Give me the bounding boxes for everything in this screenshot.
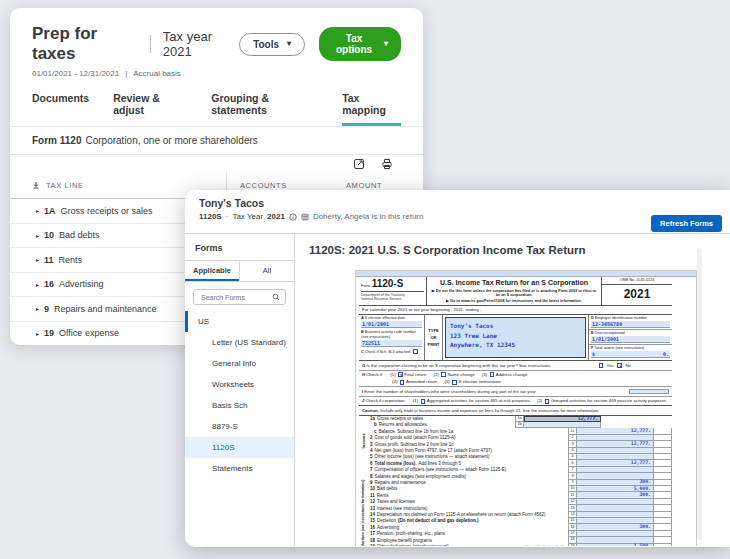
tax-return-window: Tony's Tacos 1120S · Tax Year 2021 Doher… xyxy=(185,190,730,547)
sidebar-item-statements[interactable]: Statements xyxy=(185,458,294,479)
form-line-19: 19Other deductions (attach statement)See… xyxy=(368,544,672,546)
sidebar-item-8879-s[interactable]: 8879-S xyxy=(185,416,294,437)
option-h-2: (2)Name change xyxy=(433,372,474,378)
line-j: J Check if corporation: (1)Aggregated ac… xyxy=(359,397,672,406)
accounting-basis: Accrual basis xyxy=(133,69,181,78)
checkbox-grouped-activities-for-section-469-passive-activity-purposes[interactable] xyxy=(545,399,550,404)
date-range: 01/01/2021 - 12/31/2021 xyxy=(32,69,119,78)
expand-arrow-icon[interactable]: ▸ xyxy=(36,207,39,214)
company-name: Tony's Tacos xyxy=(199,197,718,209)
statement-link[interactable]: See Statement 1 xyxy=(525,544,568,546)
line-g: G Is the corporation electing to be an S… xyxy=(359,361,672,371)
expand-arrow-icon[interactable]: ▸ xyxy=(36,330,39,337)
sidebar-item-letter-us-standard[interactable]: Letter (US Standard) xyxy=(185,332,294,353)
info-icon[interactable] xyxy=(289,213,297,221)
form-1120s-page: Form 1120-S Department of the Treasury I… xyxy=(355,270,697,546)
checkbox-name-change[interactable] xyxy=(441,372,446,377)
sidebar-item-us[interactable]: US xyxy=(185,311,294,332)
line-h-continued: (4)Amended return(5)S election terminati… xyxy=(359,378,672,387)
sort-icon[interactable] xyxy=(32,181,40,189)
tab-documents[interactable]: Documents xyxy=(32,92,89,126)
form-field-19[interactable]: 1,500. xyxy=(577,544,654,546)
sidebar-item-worksheets[interactable]: Worksheets xyxy=(185,374,294,395)
expand-arrow-icon[interactable]: ▸ xyxy=(36,305,39,312)
taxpayer-city: Anywhere, TX 12345 xyxy=(450,340,581,349)
sidebar-item-1120s[interactable]: 1120S xyxy=(185,437,294,458)
line-h: H Check if: (1)Final return(2)Name chang… xyxy=(359,371,672,379)
search-input[interactable] xyxy=(199,293,272,302)
field-e-value[interactable]: 1/01/2001 xyxy=(591,336,670,343)
checkbox-amended-return[interactable] xyxy=(400,380,405,385)
taxpayer-street: 123 Tree Lane xyxy=(450,331,581,340)
export-icon[interactable] xyxy=(353,158,365,170)
tax-options-button[interactable]: Tax options ▾ xyxy=(319,27,401,61)
income-section-label: Income xyxy=(359,416,368,467)
sidebar-item-general-info[interactable]: General Info xyxy=(185,353,294,374)
option-h-1: (1)Final return xyxy=(390,372,426,378)
forms-list: USLetter (US Standard)General InfoWorksh… xyxy=(185,311,294,479)
fields-def: DEmployer identification number 12-34567… xyxy=(588,315,672,360)
col-amount: AMOUNT xyxy=(346,181,414,190)
chevron-down-icon: ▾ xyxy=(384,40,388,48)
tools-button[interactable]: Tools ▾ xyxy=(239,33,305,56)
name-address-field[interactable]: Tony's Tacos 123 Tree Lane Anywhere, TX … xyxy=(445,317,586,358)
divider xyxy=(150,35,151,53)
field-d-value[interactable]: 12-3456789 xyxy=(591,321,670,328)
tab-review-adjust[interactable]: Review & adjust xyxy=(113,92,187,126)
form-number: 1120-S xyxy=(372,278,404,289)
deductions-section-label: Deductions (see instructions for limitat… xyxy=(359,467,368,546)
sidebar-item-basis-sch[interactable]: Basis Sch xyxy=(185,395,294,416)
form-id: 1120S xyxy=(199,212,222,221)
search-icon[interactable] xyxy=(272,293,280,301)
tax-year-label: Tax year 2021 xyxy=(163,29,239,59)
form-year: 2021 xyxy=(602,285,672,305)
option-h-4: (4)Amended return xyxy=(392,379,437,385)
option-h-5: (5)S election termination xyxy=(444,379,500,385)
checkbox-m3[interactable] xyxy=(413,349,418,354)
line-i: I Enter the number of shareholders who w… xyxy=(359,387,672,397)
tab-tax-mapping[interactable]: Tax mapping xyxy=(342,92,401,126)
calendar-year-line: For calendar year 2021 or tax year begin… xyxy=(359,306,672,316)
expand-arrow-icon[interactable]: ▸ xyxy=(36,256,39,263)
divider: | xyxy=(125,69,127,78)
field-f-value[interactable]: $0. xyxy=(591,351,670,358)
form-number-block: Form 1120-S Department of the Treasury I… xyxy=(359,277,427,305)
omb-number: OMB No. 1545-0123 xyxy=(602,277,672,285)
refresh-forms-button[interactable]: Refresh Forms xyxy=(651,215,722,232)
page-title: Prep for taxes xyxy=(32,24,138,64)
print-icon[interactable] xyxy=(381,158,393,170)
team-icon[interactable] xyxy=(301,213,309,221)
shareholder-count-field[interactable] xyxy=(629,389,669,394)
forms-sidebar-title: Forms xyxy=(185,234,294,260)
omb-year-block: OMB No. 1545-0123 2021 xyxy=(602,277,672,305)
forms-tab-all[interactable]: All xyxy=(239,261,294,281)
search-box xyxy=(193,289,286,305)
field-b-value[interactable]: 722511 xyxy=(361,340,422,347)
checkbox-g-yes[interactable] xyxy=(599,363,604,368)
forms-tab-applicable[interactable]: Applicable xyxy=(185,261,239,281)
tax-year-label: Tax Year xyxy=(232,212,263,221)
field-a-value[interactable]: 1/01/2001 xyxy=(361,321,422,328)
checkbox-g-no[interactable] xyxy=(617,363,622,368)
checkbox-address-change[interactable] xyxy=(490,372,495,377)
taxpayer-name: Tony's Tacos xyxy=(450,321,581,330)
tab-grouping-statements[interactable]: Grouping & statements xyxy=(211,92,318,126)
checkbox-final-return[interactable] xyxy=(398,372,403,377)
expand-arrow-icon[interactable]: ▸ xyxy=(36,281,39,288)
checkbox-aggregated-activities-for-section-465-at-risk-purposes[interactable] xyxy=(421,399,426,404)
caution-line: Caution: Include only trade or business … xyxy=(359,405,672,415)
forms-tab-bar: ApplicableAll xyxy=(185,260,294,282)
expand-arrow-icon[interactable]: ▸ xyxy=(36,232,39,239)
chevron-down-icon: ▾ xyxy=(287,40,291,48)
form-view-title: 1120S: 2021 U.S. S Corporation Income Ta… xyxy=(309,244,730,256)
scrollbar[interactable] xyxy=(697,248,702,540)
form-caption: Form 1120Corporation, one or more shareh… xyxy=(10,127,423,154)
type-or-print-label: TYPE OR PRINT xyxy=(425,315,443,360)
checkbox-s-election-termination[interactable] xyxy=(452,380,457,385)
presence-text: Doherty, Angela is in this return xyxy=(313,212,424,221)
option-h-3: (3)Address change xyxy=(482,372,528,378)
col-tax-line[interactable]: TAX LINE xyxy=(46,181,84,190)
col-accounts: ACCOUNTS xyxy=(226,181,346,190)
prep-tab-bar: DocumentsReview & adjustGrouping & state… xyxy=(32,92,401,126)
fields-abc: AS election effective date 1/01/2001 BBu… xyxy=(359,315,425,360)
